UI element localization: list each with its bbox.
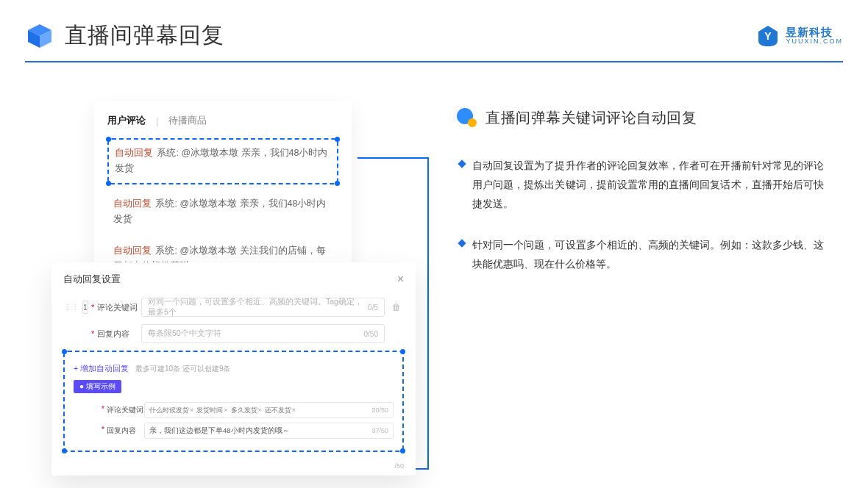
form-row-reply: 回复内容 每条限50个中文字符 0/50	[63, 324, 404, 343]
left-column: 用户评论 | 待播商品 自动回复 系统: @冰墩墩本墩 亲亲，我们48小时内发货…	[51, 101, 427, 295]
example-pill: ● 填写示例	[74, 380, 121, 393]
page-title: 直播间弹幕回复	[65, 21, 224, 51]
ex-reply-value: 亲，我们这边都是下单48小时内发货的哦～	[149, 426, 290, 436]
auto-reply-settings-modal: 自动回复设置 × ⋮⋮ 1 评论关键词 对同一个问题，可设置多个相近、高频的关键…	[51, 262, 416, 476]
trash-icon[interactable]: 🗑	[392, 302, 404, 312]
cube-icon	[25, 21, 54, 51]
input-count: 0/5	[368, 304, 378, 312]
reply-input[interactable]: 每条限50个中文字符 0/50	[141, 324, 385, 343]
ex-reply-label: 回复内容	[102, 426, 137, 436]
tab-separator: |	[156, 115, 158, 126]
ex-reply-count: 37/50	[371, 427, 388, 434]
brand-logo: Y 昱新科技 YUUXIN.COM	[756, 24, 843, 48]
input-placeholder: 每条限50个中文字符	[148, 329, 221, 339]
message-row: 自动回复 系统: @冰墩墩本墩 亲亲，我们48小时内发货	[107, 192, 338, 232]
auto-reply-badge: 自动回复	[113, 245, 152, 256]
example-box: + 增加自动回复 最多可建10条 还可以创建9条 ● 填写示例 评论关键词 什么…	[63, 351, 404, 452]
add-hint: 最多可建10条 还可以创建9条	[135, 365, 230, 373]
row-index: ⋮⋮ 1	[63, 301, 84, 314]
keyword-tag[interactable]: 多久发货×	[231, 406, 262, 415]
input-placeholder: 对同一个问题，可设置多个相近、高频的关键词。Tag确定，最多5个	[148, 297, 368, 317]
modal-title: 自动回复设置	[63, 273, 121, 286]
keyword-tag[interactable]: 发货时间×	[196, 406, 227, 415]
card-tabs: 用户评论 | 待播商品	[107, 114, 338, 127]
ex-keyword-label: 评论关键词	[102, 405, 137, 415]
message-highlighted: 自动回复 系统: @冰墩墩本墩 亲亲，我们48小时内发货	[107, 138, 338, 184]
example-row-keywords: 评论关键词 什么时候发货×发货时间×多久发货×还不发货× 20/50	[74, 402, 394, 418]
svg-point-5	[468, 118, 477, 127]
brand-icon: Y	[756, 24, 780, 48]
section-head: 直播间弹幕关键词评论自动回复	[456, 107, 824, 129]
tab-pending-goods[interactable]: 待播商品	[168, 114, 207, 127]
keyword-tag[interactable]: 什么时候发货×	[149, 406, 193, 415]
keyword-label: 评论关键词	[91, 302, 134, 313]
input-count: 0/50	[364, 330, 378, 338]
page-header: 直播间弹幕回复 Y 昱新科技 YUUXIN.COM	[0, 0, 868, 51]
ex-reply-input[interactable]: 亲，我们这边都是下单48小时内发货的哦～ 37/50	[144, 423, 394, 439]
bullet-item: 自动回复设置为了提升作者的评论回复效率，作者可在开播前针对常见的评论用户问题，提…	[456, 157, 824, 214]
form-row-keywords: ⋮⋮ 1 评论关键词 对同一个问题，可设置多个相近、高频的关键词。Tag确定，最…	[63, 298, 404, 317]
keyword-tag[interactable]: 还不发货×	[265, 406, 296, 415]
tag-list: 什么时候发货×发货时间×多久发货×还不发货×	[149, 406, 296, 415]
ex-input-count: 20/50	[371, 406, 388, 414]
ex-keyword-input[interactable]: 什么时候发货×发货时间×多久发货×还不发货× 20/50	[144, 402, 394, 418]
brand-cn: 昱新科技	[786, 26, 843, 38]
close-icon[interactable]: ×	[397, 273, 404, 286]
body: 用户评论 | 待播商品 自动回复 系统: @冰墩墩本墩 亲亲，我们48小时内发货…	[0, 62, 868, 295]
brand-en: YUUXIN.COM	[786, 38, 843, 45]
header-left: 直播间弹幕回复	[25, 21, 224, 51]
auto-reply-badge: 自动回复	[115, 148, 153, 158]
right-column: 直播间弹幕关键词评论自动回复 自动回复设置为了提升作者的评论回复效率，作者可在开…	[456, 101, 831, 295]
example-row-reply: 回复内容 亲，我们这边都是下单48小时内发货的哦～ 37/50	[74, 423, 394, 439]
tab-user-comments[interactable]: 用户评论	[107, 114, 146, 127]
modal-header: 自动回复设置 ×	[63, 273, 404, 286]
section-title: 直播间弹幕关键词评论自动回复	[485, 108, 697, 128]
add-auto-reply-link[interactable]: + 增加自动回复 最多可建10条 还可以创建9条	[74, 364, 230, 373]
modal-bottom-count: /50	[394, 462, 404, 470]
svg-text:Y: Y	[765, 30, 772, 42]
bullet-item: 针对同一个问题，可设置多个相近的、高频的关键词。例如：这款多少钱、这块能优惠吗、…	[456, 236, 824, 274]
keyword-input[interactable]: 对同一个问题，可设置多个相近、高频的关键词。Tag确定，最多5个 0/5	[141, 298, 385, 317]
auto-reply-badge: 自动回复	[113, 198, 152, 209]
chat-bubble-icon	[456, 107, 478, 129]
reply-label: 回复内容	[91, 329, 134, 340]
bullet-list: 自动回复设置为了提升作者的评论回复效率，作者可在开播前针对常见的评论用户问题，提…	[456, 157, 824, 273]
drag-handle-icon[interactable]: ⋮⋮	[63, 303, 79, 312]
